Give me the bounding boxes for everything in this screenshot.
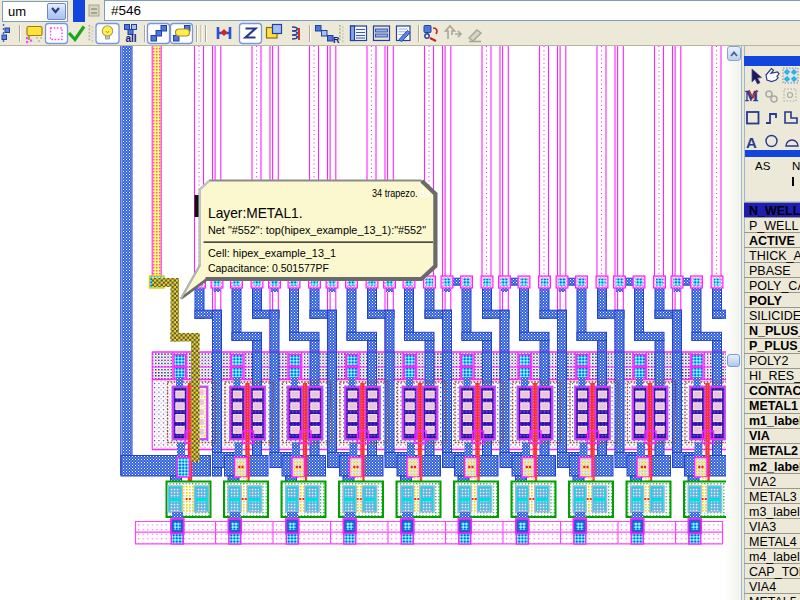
svg-text:Net "#552": top(hipex_example_: Net "#552": top(hipex_example_13_1):"#55… <box>208 223 426 236</box>
svg-text:Cell: hipex_example_13_1: Cell: hipex_example_13_1 <box>208 246 336 259</box>
svg-text:34 trapezo.: 34 trapezo. <box>372 187 418 199</box>
svg-text:R: R <box>333 35 340 45</box>
svg-text:ds: ds <box>419 187 430 199</box>
svg-text:Layer:METAL1.: Layer:METAL1. <box>208 205 303 221</box>
svg-text:Capacitance: 0.501577PF: Capacitance: 0.501577PF <box>208 261 329 274</box>
svg-text:all: all <box>125 33 136 44</box>
